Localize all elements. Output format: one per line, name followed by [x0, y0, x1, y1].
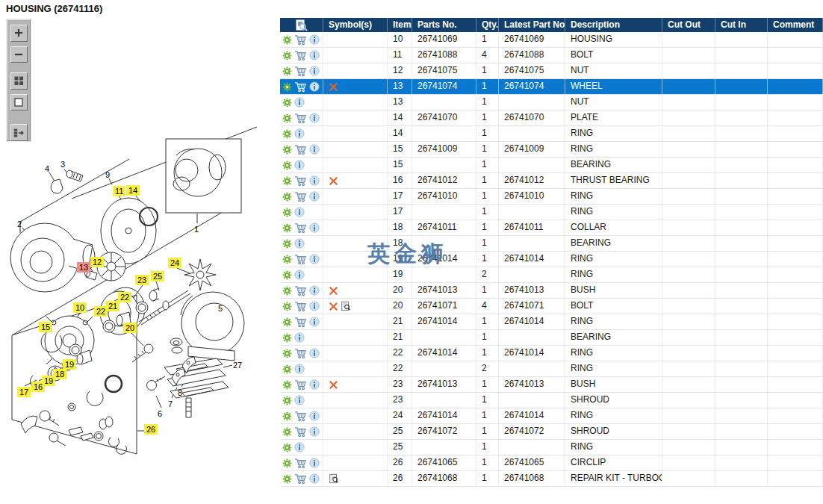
info-icon[interactable]	[309, 175, 320, 186]
table-row-item-15[interactable]: 151BEARING	[280, 158, 823, 173]
table-row-item-11[interactable]: 1126741088426741088BOLT	[280, 48, 823, 63]
gear-icon[interactable]	[282, 98, 292, 108]
info-icon[interactable]	[309, 66, 320, 76]
column-header-cut-out[interactable]: Cut Out	[662, 18, 715, 32]
diagram-label-25[interactable]: 25	[151, 271, 164, 281]
table-row-item-23[interactable]: 231SHROUD	[280, 393, 823, 408]
info-icon[interactable]	[294, 364, 305, 374]
gear-icon[interactable]	[282, 192, 292, 202]
gear-icon[interactable]	[282, 223, 292, 233]
table-row-item-22[interactable]: 222RING	[280, 361, 823, 377]
table-row-item-17[interactable]: 1726741010126741010RING	[280, 189, 823, 205]
diagram-label-22[interactable]: 22	[118, 292, 131, 302]
cart-icon[interactable]	[294, 348, 307, 359]
table-row-item-25[interactable]: 2526741072126741072SHROUD	[280, 424, 823, 440]
table-row-item-21[interactable]: 211BEARING	[280, 330, 823, 346]
gear-icon[interactable]	[282, 51, 292, 60]
cross-symbol-icon[interactable]	[329, 380, 338, 390]
table-row-item-10[interactable]: 1026741069126741069HOUSING	[280, 32, 823, 48]
info-icon[interactable]	[294, 207, 305, 217]
table-row-item-24[interactable]: 2426741014126741014RING	[280, 408, 823, 424]
diagram-label-1[interactable]: 1	[194, 224, 199, 234]
diagram-label-13[interactable]: 13	[77, 262, 90, 273]
column-header-parts-no[interactable]: Parts No.	[412, 18, 476, 32]
info-icon[interactable]	[309, 458, 320, 468]
info-icon[interactable]	[294, 128, 305, 139]
column-header-cut-in[interactable]: Cut In	[715, 18, 768, 32]
table-row-item-20[interactable]: 2026741013126741013BUSH	[280, 283, 823, 299]
cart-icon[interactable]	[294, 66, 307, 77]
gear-icon[interactable]	[282, 82, 292, 92]
info-icon[interactable]	[294, 442, 305, 452]
info-icon[interactable]	[309, 379, 320, 390]
gear-icon[interactable]	[282, 317, 292, 327]
table-row-item-17[interactable]: 171RING	[280, 205, 823, 220]
document-symbol-icon[interactable]	[329, 473, 339, 484]
gear-icon[interactable]	[282, 396, 292, 405]
table-row-item-23[interactable]: 2326741013126741013BUSH	[280, 377, 823, 393]
diagram-label-4[interactable]: 4	[45, 164, 49, 174]
cart-icon[interactable]	[294, 113, 307, 124]
info-icon[interactable]	[309, 285, 320, 296]
diagram-label-22[interactable]: 22	[94, 306, 108, 317]
table-row-item-22[interactable]: 2226741014126741014RING	[280, 346, 823, 361]
info-icon[interactable]	[309, 301, 320, 311]
gear-icon[interactable]	[282, 380, 292, 390]
column-header-symbol-s[interactable]: Symbol(s)	[323, 18, 388, 32]
cart-icon[interactable]	[294, 81, 307, 93]
info-icon[interactable]	[309, 317, 320, 327]
table-row-item-18[interactable]: 181BEARING	[280, 236, 823, 252]
table-row-item-18[interactable]: 1826741011126741011COLLAR	[280, 220, 823, 236]
table-row-item-13[interactable]: 131NUT	[280, 95, 823, 111]
info-icon[interactable]	[309, 144, 320, 155]
info-icon[interactable]	[309, 113, 320, 123]
table-row-item-26[interactable]: 2626741065126741065CIRCLIP	[280, 455, 823, 471]
info-icon[interactable]	[294, 270, 305, 280]
table-row-item-14[interactable]: 141RING	[280, 126, 823, 142]
diagram-label-10[interactable]: 10	[73, 302, 87, 313]
gear-icon[interactable]	[282, 255, 292, 264]
diagram-label-12[interactable]: 12	[90, 257, 104, 267]
document-symbol-icon[interactable]	[341, 301, 351, 311]
cart-icon[interactable]	[294, 285, 307, 296]
gear-icon[interactable]	[282, 270, 292, 280]
cross-symbol-icon[interactable]	[329, 82, 338, 92]
column-header-comment[interactable]: Comment	[768, 18, 823, 32]
gear-icon[interactable]	[282, 113, 292, 123]
gear-icon[interactable]	[282, 364, 292, 374]
info-icon[interactable]	[309, 50, 320, 60]
info-icon[interactable]	[309, 191, 320, 202]
cart-icon[interactable]	[294, 223, 307, 234]
diagram-panel[interactable]: 4392111141213242523222122102015191819161…	[0, 16, 280, 504]
info-icon[interactable]	[309, 348, 320, 358]
cart-icon[interactable]	[294, 473, 307, 485]
diagram-label-27[interactable]: 27	[233, 360, 242, 370]
info-icon[interactable]	[309, 473, 320, 484]
table-row-item-19[interactable]: 192RING	[280, 267, 823, 283]
gear-icon[interactable]	[282, 302, 292, 311]
gear-icon[interactable]	[282, 427, 292, 437]
info-icon[interactable]	[309, 223, 320, 233]
gear-icon[interactable]	[282, 161, 292, 170]
diagram-label-14[interactable]: 14	[126, 185, 140, 196]
info-icon[interactable]	[294, 238, 305, 249]
table-row-item-25[interactable]: 251RING	[280, 440, 823, 455]
cross-symbol-icon[interactable]	[329, 302, 338, 311]
info-icon[interactable]	[309, 254, 320, 264]
diagram-label-24[interactable]: 24	[168, 258, 181, 268]
gear-icon[interactable]	[282, 349, 292, 358]
diagram-label-20[interactable]: 20	[123, 323, 137, 333]
column-header-latest-part-no[interactable]: Latest Part No.	[499, 18, 565, 32]
info-icon[interactable]	[294, 332, 305, 343]
diagram-label-3[interactable]: 3	[60, 159, 65, 169]
info-icon[interactable]	[309, 411, 320, 421]
gear-icon[interactable]	[282, 208, 292, 217]
cart-icon[interactable]	[294, 426, 307, 438]
table-row-item-20[interactable]: 2026741071426741071BOLT	[280, 299, 823, 314]
diagram-label-2[interactable]: 2	[17, 219, 22, 229]
diagram-label-26[interactable]: 26	[144, 424, 158, 435]
cart-icon[interactable]	[294, 301, 307, 312]
table-row-item-13[interactable]: 1326741074126741074WHEEL	[280, 79, 823, 95]
column-header-icons[interactable]	[280, 18, 323, 32]
diagram-label-15[interactable]: 15	[39, 322, 52, 332]
